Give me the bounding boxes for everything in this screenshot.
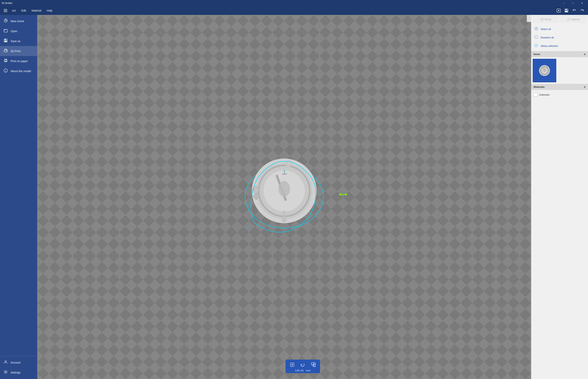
- new-scene-label: New scene: [11, 20, 24, 23]
- sidebar-item-open[interactable]: Open: [0, 26, 37, 36]
- 3d-print-icon: [3, 48, 8, 54]
- 3d-print-label: 3D Print: [11, 49, 21, 53]
- sidebar-item-print-on-paper[interactable]: Print on paper: [0, 56, 37, 66]
- svg-rect-18: [5, 61, 7, 62]
- sidebar-item-save-as[interactable]: Save as: [0, 36, 37, 46]
- sidebar-menu: New scene Open Save as: [0, 15, 37, 172]
- menubar: ect Edit Material Help: [0, 6, 268, 15]
- svg-rect-17: [5, 59, 7, 60]
- hamburger-menu[interactable]: [1, 6, 9, 15]
- menu-item-help[interactable]: Help: [44, 6, 55, 15]
- svg-rect-12: [4, 41, 7, 42]
- save-as-label: Save as: [11, 40, 21, 43]
- open-label: Open: [11, 30, 17, 33]
- open-icon: [3, 28, 8, 34]
- menu-item-material[interactable]: Material: [29, 6, 44, 15]
- about-icon: i: [3, 68, 8, 74]
- 3d-model[interactable]: ↑ ⟷ ↕: [237, 152, 268, 172]
- svg-point-15: [7, 51, 7, 51]
- save-as-icon: [3, 38, 8, 44]
- svg-point-8: [5, 20, 6, 21]
- svg-rect-2: [4, 12, 7, 12]
- checkered-background: ↑ ⟷ ↕: [37, 15, 268, 172]
- svg-rect-0: [4, 9, 7, 10]
- sidebar-item-about[interactable]: i About this model: [0, 66, 37, 76]
- sidebar: New scene Open Save as: [0, 15, 37, 172]
- svg-rect-1: [4, 10, 7, 11]
- svg-point-19: [6, 61, 7, 61]
- menu-item-select[interactable]: ect: [9, 6, 19, 15]
- svg-point-27: [259, 165, 268, 172]
- about-label: About this model: [11, 70, 31, 73]
- titlebar: 3D Builder ─ □ ✕: [0, 0, 268, 6]
- svg-point-25: [252, 158, 268, 172]
- svg-rect-9: [4, 29, 7, 32]
- svg-point-26: [256, 162, 268, 172]
- menu-item-edit[interactable]: Edit: [19, 6, 29, 15]
- new-scene-icon: [3, 18, 8, 24]
- print-on-paper-label: Print on paper: [11, 60, 28, 63]
- svg-point-28: [264, 170, 268, 172]
- svg-text:i: i: [5, 70, 6, 72]
- print-on-paper-icon: [3, 58, 8, 64]
- svg-point-24: [245, 165, 268, 172]
- svg-rect-11: [5, 39, 6, 40]
- sidebar-item-new-scene[interactable]: New scene: [0, 16, 37, 26]
- sidebar-item-3d-print[interactable]: 3D Print: [0, 46, 37, 56]
- app-title: 3D Builder: [1, 2, 13, 4]
- viewport[interactable]: ↑ ⟷ ↕: [37, 15, 268, 172]
